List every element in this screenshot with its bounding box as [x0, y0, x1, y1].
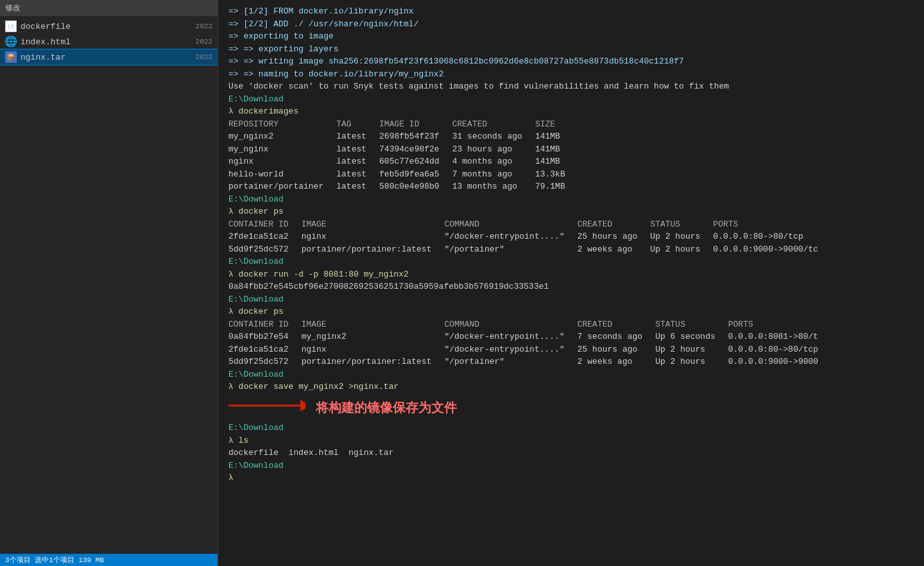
file-item[interactable]: 🌐index.html2022: [0, 34, 218, 49]
table-cell: 74394ce98f2e: [379, 143, 452, 156]
annotation-row: 将构建的镜像保存为文件: [228, 396, 914, 420]
table-header-cell: CONTAINER ID: [228, 218, 302, 231]
table-cell: Up 2 hours: [650, 230, 713, 243]
terminal-line: λ docker run -d -p 8081:80 my_nginx2: [228, 268, 914, 281]
terminal-line: E:\Download: [228, 368, 914, 381]
table-cell: 25 hours ago: [578, 230, 651, 243]
table-cell: 605c77e624dd: [379, 155, 452, 168]
table-header-cell: PORTS: [728, 318, 831, 331]
table-row: 5dd9f25dc572portainer/portainer:latest"/…: [228, 243, 831, 256]
docker-table: REPOSITORYTAGIMAGE IDCREATEDSIZEmy_nginx…: [228, 118, 578, 193]
table-header-cell: CREATED: [578, 318, 655, 331]
terminal-panel: => [1/2] FROM docker.io/library/nginx=> …: [218, 0, 924, 566]
table-cell: latest: [336, 130, 379, 143]
table-header-cell: IMAGE: [302, 318, 445, 331]
table-cell: nginx: [302, 343, 445, 356]
table-cell: 31 seconds ago: [452, 130, 535, 143]
table-row: my_nginx2latest2698fb54f23f31 seconds ag…: [228, 130, 578, 143]
table-cell: 141MB: [535, 130, 578, 143]
page-icon: 📄: [5, 21, 17, 32]
table-cell: 0.0.0.0:9000->9000/tc: [713, 243, 831, 256]
table-cell: 0a84fbb27e54: [228, 330, 302, 343]
table-row: nginxlatest605c77e624dd4 months ago141MB: [228, 155, 578, 168]
file-list: 📄dockerfile2022🌐index.html2022📦nginx.tar…: [0, 16, 218, 554]
table-cell: nginx: [302, 230, 445, 243]
table-header-cell: SIZE: [535, 118, 578, 131]
table-cell: 2 weeks ago: [578, 243, 651, 256]
table-header-cell: REPOSITORY: [228, 118, 336, 131]
table-cell: 141MB: [535, 143, 578, 156]
file-date: 2022: [196, 53, 212, 61]
table-cell: "/docker-entrypoint....": [444, 230, 577, 243]
table-cell: latest: [336, 168, 379, 181]
table-header-cell: IMAGE: [302, 218, 445, 231]
table-cell: "/docker-entrypoint....": [444, 343, 577, 356]
table-cell: latest: [336, 180, 379, 193]
terminal-line: => => writing image sha256:2698fb54f23f6…: [228, 55, 914, 68]
table-header-cell: PORTS: [713, 218, 831, 231]
table-row: 2fde1ca51ca2nginx"/docker-entrypoint....…: [228, 230, 831, 243]
file-date: 2022: [196, 22, 212, 30]
docker-table: CONTAINER IDIMAGECOMMANDCREATEDSTATUSPOR…: [228, 218, 831, 256]
terminal-line: λ dockerimages: [228, 105, 914, 118]
table-cell: 5dd9f25dc572: [228, 356, 302, 368]
table-cell: 13 months ago: [452, 180, 535, 193]
archive-icon: 📦: [5, 51, 17, 63]
file-name: index.html: [21, 37, 192, 47]
table-row: portainer/portainerlatest580c0e4e98b013 …: [228, 180, 578, 193]
table-header-cell: COMMAND: [444, 318, 577, 331]
table-cell: 2 weeks ago: [578, 356, 655, 368]
table-header-cell: COMMAND: [444, 218, 577, 231]
table-header-cell: CREATED: [452, 118, 535, 131]
table-row: 2fde1ca51ca2nginx"/docker-entrypoint....…: [228, 343, 831, 356]
table-cell: "/docker-entrypoint....": [444, 330, 577, 343]
table-cell: Up 2 hours: [655, 356, 728, 368]
table-header-cell: IMAGE ID: [379, 118, 452, 131]
table-cell: 13.3kB: [535, 168, 578, 181]
file-panel: 修改 📄dockerfile2022🌐index.html2022📦nginx.…: [0, 0, 218, 566]
terminal-line: λ docker save my_nginx2 >nginx.tar: [228, 381, 914, 393]
terminal-line: E:\Download: [228, 193, 914, 206]
terminal-line: E:\Download: [228, 255, 914, 268]
table-row: 5dd9f25dc572portainer/portainer:latest"/…: [228, 356, 831, 368]
terminal-line: 0a84fbb27e545cbf96e270082692536251730a59…: [228, 280, 914, 293]
terminal-line: E:\Download: [228, 93, 914, 106]
table-cell: 7 months ago: [452, 168, 535, 181]
table-cell: 0.0.0.0:80->80/tcp: [728, 343, 831, 356]
file-item[interactable]: 📦nginx.tar2022: [0, 49, 218, 65]
table-cell: nginx: [228, 155, 336, 168]
table-row: 0a84fbb27e54my_nginx2"/docker-entrypoint…: [228, 330, 831, 343]
table-header-cell: CREATED: [578, 218, 651, 231]
table-header-cell: STATUS: [650, 218, 713, 231]
file-panel-footer: 3个项目 选中1个项目 139 MB: [0, 554, 218, 566]
table-cell: 141MB: [535, 155, 578, 168]
table-header-cell: TAG: [336, 118, 379, 131]
table-cell: Up 6 seconds: [655, 330, 728, 343]
table-cell: 5dd9f25dc572: [228, 243, 302, 256]
terminal-line: => [1/2] FROM docker.io/library/nginx: [228, 5, 914, 18]
table-header-cell: STATUS: [655, 318, 728, 331]
red-arrow-icon: [228, 396, 305, 420]
table-row: hello-worldlatestfeb5d9fea6a57 months ag…: [228, 168, 578, 181]
terminal-line: => => naming to docker.io/library/my_ngi…: [228, 68, 914, 81]
file-date: 2022: [196, 38, 212, 46]
terminal-line: => exporting to image: [228, 30, 914, 43]
annotation-chinese-text: 将构建的镜像保存为文件: [316, 398, 457, 417]
terminal-line: dockerfile index.html nginx.tar: [228, 447, 914, 459]
table-cell: 0.0.0.0:80->80/tcp: [713, 230, 831, 243]
terminal-line: => [2/2] ADD ./ /usr/share/nginx/html/: [228, 18, 914, 31]
table-cell: latest: [336, 143, 379, 156]
terminal-line: λ: [228, 472, 914, 485]
table-cell: portainer/portainer:latest: [302, 243, 445, 256]
table-cell: my_nginx2: [302, 330, 445, 343]
table-cell: "/portainer": [444, 356, 577, 368]
table-cell: 0.0.0.0:9000->9000: [728, 356, 831, 368]
table-cell: portainer/portainer:latest: [302, 356, 445, 368]
file-item[interactable]: 📄dockerfile2022: [0, 19, 218, 34]
terminal-line: => => exporting layers: [228, 43, 914, 56]
table-cell: portainer/portainer: [228, 180, 336, 193]
terminal-line: λ docker ps: [228, 205, 914, 218]
table-cell: 2fde1ca51ca2: [228, 343, 302, 356]
terminal-line: λ docker ps: [228, 305, 914, 318]
file-name: dockerfile: [21, 22, 192, 31]
